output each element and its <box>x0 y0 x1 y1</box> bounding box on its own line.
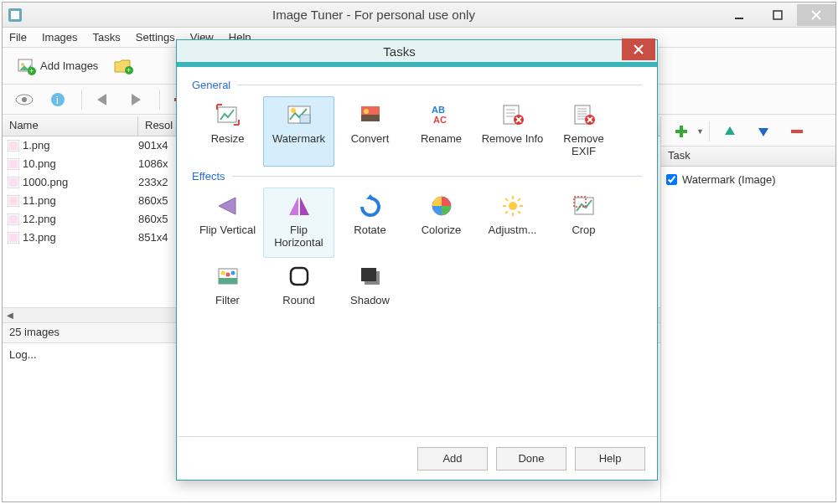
svg-rect-37 <box>300 115 310 123</box>
log-text: Log... <box>9 348 37 361</box>
dropdown-arrow-icon[interactable]: ▼ <box>696 127 704 136</box>
done-button[interactable]: Done <box>496 447 566 471</box>
add-button[interactable]: Add <box>417 447 488 471</box>
task-label: Colorize <box>422 224 462 236</box>
menu-tasks[interactable]: Tasks <box>93 31 121 44</box>
convert-icon <box>356 100 385 129</box>
task-list: Watermark (Image) <box>661 167 835 501</box>
task-watermark[interactable]: Watermark <box>263 96 334 167</box>
dialog-body: General ResizeWatermarkConvertABACRename… <box>177 67 657 316</box>
svg-line-67 <box>518 198 520 201</box>
close-button[interactable] <box>797 4 835 26</box>
svg-rect-34 <box>218 107 236 122</box>
add-images-label: Add Images <box>40 59 98 72</box>
resize-icon <box>214 100 242 129</box>
file-name: 1.png <box>23 139 50 152</box>
rotate-right-button[interactable] <box>121 87 151 112</box>
plus-icon <box>674 124 689 139</box>
preview-button[interactable] <box>9 87 39 112</box>
image-file-icon <box>8 232 19 244</box>
task-label: Rename <box>421 132 462 145</box>
minimize-button[interactable] <box>720 4 758 26</box>
svg-point-74 <box>225 273 230 277</box>
menu-images[interactable]: Images <box>42 31 78 44</box>
crop-icon <box>570 192 598 220</box>
triangle-left-icon <box>95 92 110 107</box>
task-filter[interactable]: Filter <box>192 258 263 316</box>
task-removeinfo[interactable]: Remove Info <box>477 96 548 167</box>
svg-rect-72 <box>219 278 237 284</box>
status-text: 25 images <box>9 326 59 338</box>
task-item[interactable]: Watermark (Image) <box>666 170 830 188</box>
dialog-close-button[interactable] <box>622 39 655 60</box>
svg-rect-22 <box>9 178 18 187</box>
column-name[interactable]: Name <box>3 116 138 136</box>
svg-rect-31 <box>791 130 803 133</box>
rotate-icon <box>356 192 385 220</box>
separator <box>81 90 82 110</box>
menu-file[interactable]: File <box>9 31 27 44</box>
svg-point-75 <box>230 271 235 275</box>
effects-tasks-grid: Flip VerticalFlip HorizontalRotateColori… <box>192 188 642 316</box>
svg-text:i: i <box>56 95 59 106</box>
svg-rect-18 <box>9 141 18 150</box>
section-general-label: General <box>192 79 230 91</box>
task-rename[interactable]: ABACRename <box>406 96 477 167</box>
arrow-down-icon <box>757 125 770 138</box>
scroll-left-icon[interactable]: ◄ <box>3 309 18 322</box>
image-file-icon <box>8 195 19 207</box>
eye-icon <box>15 93 34 106</box>
svg-rect-28 <box>9 234 18 242</box>
dialog-title-bar: Tasks <box>177 40 657 67</box>
maximize-button[interactable] <box>758 4 797 26</box>
svg-rect-3 <box>773 11 782 19</box>
task-convert[interactable]: Convert <box>334 96 406 167</box>
svg-text:AC: AC <box>433 115 447 125</box>
task-round[interactable]: Round <box>263 258 334 316</box>
svg-line-68 <box>505 211 508 213</box>
svg-line-65 <box>505 198 508 201</box>
task-checkbox[interactable] <box>666 174 677 185</box>
add-images-button[interactable]: + Add Images <box>9 52 106 80</box>
menu-settings[interactable]: Settings <box>136 31 175 44</box>
svg-rect-76 <box>291 268 308 285</box>
task-colorize[interactable]: Colorize <box>406 188 477 258</box>
task-flipv[interactable]: Flip Vertical <box>192 188 263 258</box>
folder-add-icon: + <box>113 56 133 76</box>
svg-rect-24 <box>9 197 18 205</box>
image-file-icon <box>8 213 19 225</box>
task-label: Watermark <box>272 132 325 145</box>
move-down-button[interactable] <box>748 119 779 144</box>
svg-text:+: + <box>29 67 34 75</box>
task-resize[interactable]: Resize <box>192 96 263 167</box>
task-label: Resize <box>211 132 245 145</box>
task-fliph[interactable]: Flip Horizontal <box>263 188 334 258</box>
task-adjust[interactable]: Adjustm... <box>477 188 548 258</box>
rotate-left-button[interactable] <box>87 87 117 112</box>
info-button[interactable]: i <box>43 87 73 112</box>
image-add-icon: + <box>17 56 37 76</box>
svg-text:+: + <box>127 66 131 75</box>
add-folder-button[interactable]: + <box>111 52 139 80</box>
help-button[interactable]: Help <box>575 447 645 471</box>
file-name: 11.png <box>23 194 56 207</box>
task-crop[interactable]: Crop <box>548 188 619 258</box>
remove-task-button[interactable] <box>782 119 812 144</box>
task-header: Task <box>661 147 835 167</box>
svg-point-60 <box>509 202 517 210</box>
minus-icon <box>789 124 804 139</box>
task-removeexif[interactable]: Remove EXIF <box>548 96 619 167</box>
watermark-icon <box>285 100 313 129</box>
task-shadow[interactable]: Shadow <box>334 258 406 316</box>
file-name: 12.png <box>23 213 56 225</box>
svg-rect-1 <box>11 11 19 19</box>
task-rotate[interactable]: Rotate <box>334 188 406 258</box>
task-label: Rotate <box>354 224 385 236</box>
section-effects-label: Effects <box>192 170 225 183</box>
separator <box>709 121 710 141</box>
removeexif-icon <box>570 100 598 129</box>
triangle-right-icon <box>128 92 143 107</box>
window-controls <box>720 4 835 26</box>
add-task-button[interactable] <box>666 119 696 144</box>
move-up-button[interactable] <box>715 119 745 144</box>
